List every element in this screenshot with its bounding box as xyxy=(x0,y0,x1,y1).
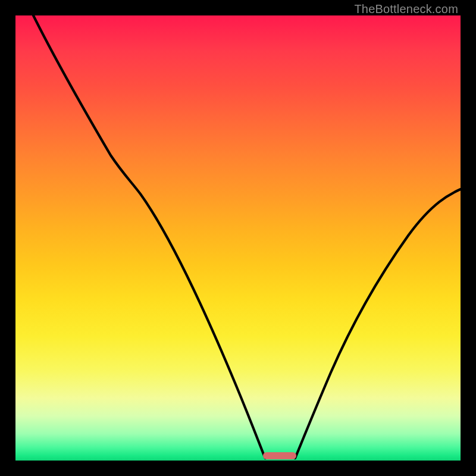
curve-right-branch xyxy=(295,189,461,458)
watermark-text: TheBottleneck.com xyxy=(354,2,458,16)
bottleneck-curve xyxy=(15,15,461,461)
chart-frame: TheBottleneck.com xyxy=(0,0,476,476)
plot-area xyxy=(15,15,461,461)
curve-left-branch xyxy=(33,15,265,458)
optimal-range-marker xyxy=(263,452,296,459)
